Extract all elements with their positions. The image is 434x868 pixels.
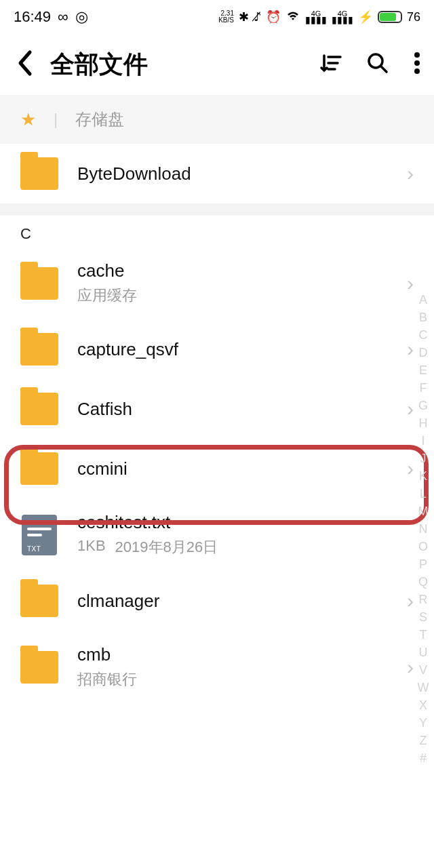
item-name: ceshitest.txt — [77, 512, 414, 533]
chevron-right-icon: › — [407, 338, 414, 361]
file-list: ByteDownload › C cache 应用缓存 › capture_qs… — [0, 144, 434, 703]
folder-icon — [20, 585, 58, 617]
star-icon: ★ — [20, 109, 36, 130]
bluetooth-icon: ✱ — [239, 9, 249, 24]
folder-icon — [20, 157, 58, 190]
section-divider — [0, 203, 434, 216]
more-button[interactable] — [414, 52, 420, 77]
list-item[interactable]: capture_qsvf › — [0, 319, 434, 379]
breadcrumb-storage: 存储盘 — [75, 108, 124, 130]
item-name: capture_qsvf — [77, 339, 388, 360]
list-item[interactable]: ByteDownload › — [0, 144, 434, 203]
item-name: ccmini — [77, 458, 388, 479]
folder-icon — [20, 651, 58, 684]
item-name: ByteDownload — [77, 163, 388, 184]
status-bar: 16:49 ∞ ◎ 2.31 KB/S ✱ ♪̸ ⏰ 4G▮▮▮▮ 4G▮▮▮▮… — [0, 0, 434, 34]
breadcrumb[interactable]: ★ | 存储盘 — [0, 95, 434, 144]
signal-4g-2-icon: 4G▮▮▮▮ — [332, 11, 353, 23]
alarm-icon: ⏰ — [266, 9, 281, 24]
alpha-letter[interactable]: # — [415, 750, 431, 766]
section-header: C — [0, 216, 434, 247]
chevron-right-icon: › — [407, 656, 414, 679]
alpha-letter[interactable]: Y — [415, 715, 431, 731]
signal-4g-1-icon: 4G▮▮▮▮ — [305, 11, 327, 23]
divider: | — [54, 110, 58, 129]
item-name: Catfish — [77, 399, 388, 420]
txt-file-icon: TXT — [22, 515, 57, 555]
list-item[interactable]: clmanager › — [0, 571, 434, 631]
battery-percent: 76 — [407, 10, 420, 24]
svg-point-1 — [414, 52, 420, 58]
folder-icon — [20, 393, 58, 425]
chevron-right-icon: › — [407, 272, 414, 295]
app-header: 全部文件 — [0, 34, 434, 95]
list-item[interactable]: Catfish › — [0, 379, 434, 439]
alpha-letter[interactable]: Z — [415, 732, 431, 749]
page-title: 全部文件 — [50, 48, 302, 81]
status-time: 16:49 — [14, 8, 51, 26]
back-button[interactable] — [16, 50, 34, 79]
chevron-right-icon: › — [407, 589, 414, 612]
item-sub: 招商银行 — [77, 669, 388, 690]
chevron-right-icon: › — [407, 457, 414, 480]
item-name: cache — [77, 260, 388, 281]
infinity-icon: ∞ — [58, 8, 68, 26]
mute-icon: ♪̸ — [254, 9, 261, 24]
wifi-icon — [285, 9, 300, 25]
chevron-right-icon: › — [407, 397, 414, 420]
item-sub: 1KB 2019年8月26日 — [77, 537, 414, 557]
search-button[interactable] — [366, 52, 389, 77]
spiral-icon: ◎ — [75, 8, 88, 26]
item-name: clmanager — [77, 591, 388, 612]
battery-icon — [378, 11, 402, 23]
list-item[interactable]: TXT ceshitest.txt 1KB 2019年8月26日 — [0, 498, 434, 571]
list-item[interactable]: ccmini › — [0, 439, 434, 498]
folder-icon — [20, 333, 58, 366]
folder-icon — [20, 452, 58, 485]
lightning-icon: ⚡ — [358, 9, 373, 24]
svg-point-2 — [414, 60, 420, 66]
item-sub: 应用缓存 — [77, 285, 388, 306]
net-speed: 2.31 KB/S — [218, 10, 234, 24]
chevron-right-icon: › — [407, 162, 414, 185]
folder-icon — [20, 267, 58, 300]
sort-button[interactable] — [319, 53, 342, 76]
svg-point-3 — [414, 68, 420, 74]
list-item[interactable]: cmb 招商银行 › — [0, 631, 434, 703]
list-item[interactable]: cache 应用缓存 › — [0, 247, 434, 319]
item-name: cmb — [77, 644, 388, 665]
